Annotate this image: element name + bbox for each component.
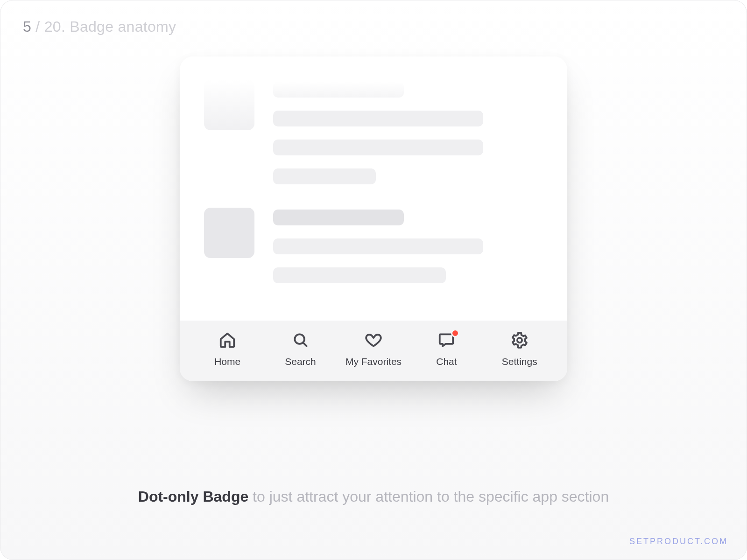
tab-label: Settings (502, 356, 537, 367)
slide-title: 20. Badge anatomy (44, 18, 176, 35)
feed-skeleton (180, 80, 567, 321)
skeleton-bar (273, 82, 404, 98)
tab-label: Search (285, 356, 316, 367)
tab-label: My Favorites (345, 356, 402, 367)
tab-chat[interactable]: Chat (418, 331, 474, 367)
home-icon (218, 331, 237, 350)
tab-favorites[interactable]: My Favorites (345, 331, 402, 367)
bottom-nav: Home Search My Favorites Chat (180, 321, 567, 381)
skeleton-bar (273, 267, 446, 283)
svg-point-2 (517, 338, 522, 343)
heart-icon (364, 331, 383, 350)
skeleton-avatar (204, 80, 254, 130)
skeleton-avatar (204, 208, 254, 258)
tab-label: Chat (436, 356, 457, 367)
tab-search[interactable]: Search (273, 331, 329, 367)
tab-label: Home (214, 356, 240, 367)
svg-line-1 (303, 343, 307, 346)
slide-sep: / (31, 18, 44, 35)
caption-strong: Dot-only Badge (138, 488, 248, 505)
skeleton-bar (273, 168, 376, 184)
dot-badge (451, 329, 459, 337)
skeleton-bar (273, 238, 483, 254)
slide-current: 5 (23, 18, 31, 35)
skeleton-lines (273, 80, 543, 184)
skeleton-bar (273, 111, 483, 126)
gear-icon (510, 331, 529, 350)
phone-mockup: Home Search My Favorites Chat (180, 56, 567, 381)
skeleton-post (204, 80, 543, 184)
slide-caption: Dot-only Badge to just attract your atte… (0, 488, 747, 505)
caption-rest: to just attract your attention to the sp… (248, 488, 609, 505)
skeleton-lines (273, 208, 543, 283)
slide-counter: 5 / 20. Badge anatomy (23, 18, 176, 35)
tab-home[interactable]: Home (199, 331, 255, 367)
skeleton-post (204, 208, 543, 283)
skeleton-bar (273, 140, 483, 155)
watermark: SETPRODUCT.COM (629, 537, 728, 546)
skeleton-bar (273, 210, 404, 225)
chat-icon (437, 331, 456, 350)
slide-frame: 5 / 20. Badge anatomy (0, 0, 747, 560)
tab-settings[interactable]: Settings (492, 331, 548, 367)
search-icon (291, 331, 310, 350)
